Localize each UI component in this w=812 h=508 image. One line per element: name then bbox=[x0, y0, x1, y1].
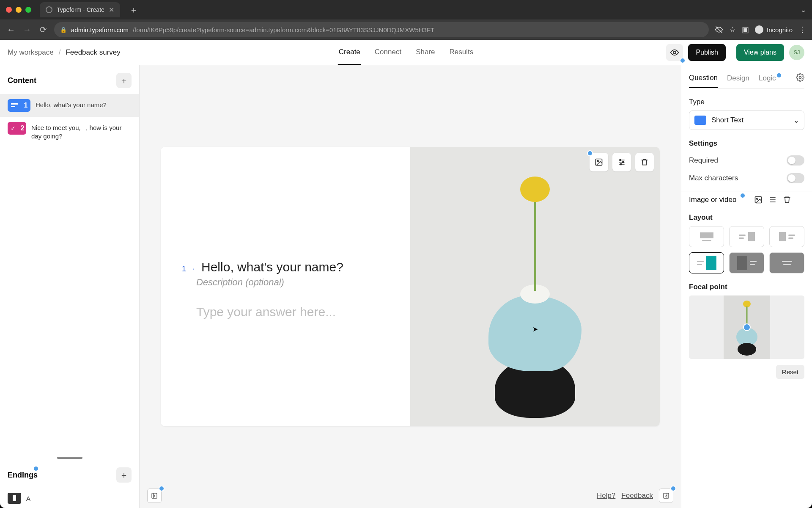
tab-design[interactable]: Design bbox=[727, 72, 749, 88]
divider bbox=[731, 46, 731, 59]
extensions-icon[interactable]: ▣ bbox=[742, 25, 749, 34]
question-item-2[interactable]: ✓ 2 Nice to meet you, _, how is your day… bbox=[0, 117, 139, 146]
avatar[interactable]: SJ bbox=[789, 45, 804, 60]
incognito-indicator[interactable]: Incognito bbox=[755, 25, 793, 34]
question-text: Hello, what's your name? bbox=[36, 99, 107, 109]
app: My workspace / Feedback survey Create Co… bbox=[0, 40, 812, 508]
breadcrumb-workspace[interactable]: My workspace bbox=[8, 48, 54, 57]
collapse-left-button[interactable] bbox=[147, 489, 162, 503]
add-ending-button[interactable]: ＋ bbox=[116, 467, 132, 483]
reload-icon[interactable]: ⟳ bbox=[38, 25, 48, 35]
question-title-input[interactable]: Hello, what's your name? bbox=[201, 260, 343, 274]
close-tab-icon[interactable]: ✕ bbox=[109, 6, 114, 14]
focal-point-handle[interactable] bbox=[743, 323, 751, 331]
incognito-label: Incognito bbox=[767, 26, 793, 33]
pulse-dot-icon bbox=[680, 58, 686, 64]
top-actions: Publish View plans SJ bbox=[666, 44, 804, 61]
preview-button[interactable] bbox=[666, 44, 683, 61]
setting-max-label: Max characters bbox=[689, 174, 738, 182]
tab-question[interactable]: Question bbox=[689, 71, 718, 88]
max-characters-toggle[interactable] bbox=[787, 173, 804, 183]
main-row: Content ＋ 1 Hello, what's your name? ✓ 2… bbox=[0, 65, 812, 508]
eye-off-icon[interactable] bbox=[715, 25, 723, 34]
titlebar: Typeform - Create ✕ ＋ ⌄ bbox=[0, 0, 812, 19]
add-content-button[interactable]: ＋ bbox=[116, 73, 132, 88]
layout-opt-6[interactable] bbox=[769, 252, 804, 273]
reset-button[interactable]: Reset bbox=[776, 365, 804, 379]
pulse-dot-icon bbox=[159, 486, 165, 491]
short-text-icon bbox=[694, 116, 706, 125]
layout-opt-1[interactable] bbox=[689, 226, 724, 247]
question-index: 1 → bbox=[182, 265, 195, 273]
ending-icon bbox=[8, 493, 21, 504]
maximize-window-icon[interactable] bbox=[25, 7, 31, 13]
window-controls bbox=[6, 7, 31, 13]
settings-gear-button[interactable] bbox=[796, 73, 804, 86]
tabs-overflow-icon[interactable]: ⌄ bbox=[801, 6, 806, 14]
url-path: /form/IK6Pp59p/create?typeform-source=ad… bbox=[133, 26, 434, 33]
help-link[interactable]: Help? bbox=[597, 491, 615, 500]
star-icon[interactable]: ☆ bbox=[729, 25, 736, 34]
drag-handle[interactable] bbox=[57, 457, 82, 459]
pulse-dot-icon bbox=[33, 466, 39, 472]
close-window-icon[interactable] bbox=[6, 7, 12, 13]
adjust-media-button[interactable] bbox=[768, 196, 777, 204]
tab-create[interactable]: Create bbox=[338, 40, 361, 65]
tab-connect[interactable]: Connect bbox=[374, 40, 402, 65]
breadcrumb-separator: / bbox=[59, 48, 61, 57]
publish-button[interactable]: Publish bbox=[688, 44, 725, 61]
focal-point-label: Focal point bbox=[689, 283, 804, 291]
question-description-input[interactable]: Description (optional) bbox=[196, 277, 389, 288]
back-icon[interactable]: ← bbox=[6, 25, 16, 35]
svg-rect-2 bbox=[11, 106, 15, 107]
tab-results[interactable]: Results bbox=[449, 40, 475, 65]
breadcrumb-current[interactable]: Feedback survey bbox=[66, 48, 120, 57]
svg-point-17 bbox=[757, 198, 758, 199]
setting-required-label: Required bbox=[689, 156, 718, 165]
cursor-icon: ➤ bbox=[532, 325, 538, 333]
sliders-icon bbox=[768, 196, 777, 204]
focal-point-editor[interactable] bbox=[689, 295, 804, 359]
question-text: Nice to meet you, _, how is your day goi… bbox=[31, 122, 132, 141]
ending-item[interactable]: A bbox=[0, 489, 139, 508]
delete-media-button[interactable] bbox=[783, 196, 791, 204]
ending-label: A bbox=[26, 495, 30, 502]
layout-opt-2[interactable] bbox=[729, 226, 764, 247]
card-content: 1 → Hello, what's your name? Description… bbox=[161, 147, 410, 426]
required-toggle[interactable] bbox=[787, 155, 804, 166]
svg-rect-1 bbox=[11, 103, 18, 105]
browser-tab[interactable]: Typeform - Create ✕ bbox=[40, 2, 120, 17]
type-select[interactable]: Short Text ⌄ bbox=[689, 110, 804, 130]
tab-logic[interactable]: Logic bbox=[759, 72, 776, 88]
minimize-window-icon[interactable] bbox=[16, 7, 22, 13]
tab-share[interactable]: Share bbox=[415, 40, 436, 65]
app-topbar: My workspace / Feedback survey Create Co… bbox=[0, 40, 812, 65]
answer-input[interactable]: Type your answer here... bbox=[196, 305, 389, 322]
panel-right-icon bbox=[663, 492, 669, 499]
avatar-initials: SJ bbox=[793, 49, 800, 55]
canvas-footer: Help? Feedback bbox=[140, 489, 681, 503]
url-field[interactable]: 🔒 admin.typeform.com/form/IK6Pp59p/creat… bbox=[54, 22, 709, 37]
question-title-row: 1 → Hello, what's your name? bbox=[182, 260, 389, 274]
layout-opt-3[interactable] bbox=[769, 226, 804, 247]
question-badge: ✓ 2 bbox=[8, 122, 26, 135]
panel-left-icon bbox=[151, 492, 158, 499]
layout-opt-5[interactable] bbox=[729, 252, 764, 273]
feedback-link[interactable]: Feedback bbox=[621, 491, 653, 500]
collapse-right-button[interactable] bbox=[659, 489, 673, 503]
endings-header: Endings ＋ bbox=[0, 461, 139, 489]
check-icon: ✓ bbox=[8, 125, 19, 132]
breadcrumb: My workspace / Feedback survey bbox=[8, 48, 121, 57]
add-image-button[interactable] bbox=[754, 196, 763, 204]
forward-icon[interactable]: → bbox=[22, 25, 32, 35]
incognito-icon bbox=[755, 25, 763, 34]
layout-opt-4[interactable] bbox=[689, 252, 724, 273]
question-index-num: 1 bbox=[182, 265, 186, 273]
eye-icon bbox=[670, 48, 679, 57]
top-tabs: Create Connect Share Results bbox=[338, 40, 474, 65]
new-tab-button[interactable]: ＋ bbox=[128, 4, 140, 16]
kebab-menu-icon[interactable]: ⋮ bbox=[798, 25, 806, 34]
view-plans-button[interactable]: View plans bbox=[736, 44, 784, 61]
image-icon bbox=[754, 196, 763, 204]
question-item-1[interactable]: 1 Hello, what's your name? bbox=[0, 94, 139, 117]
